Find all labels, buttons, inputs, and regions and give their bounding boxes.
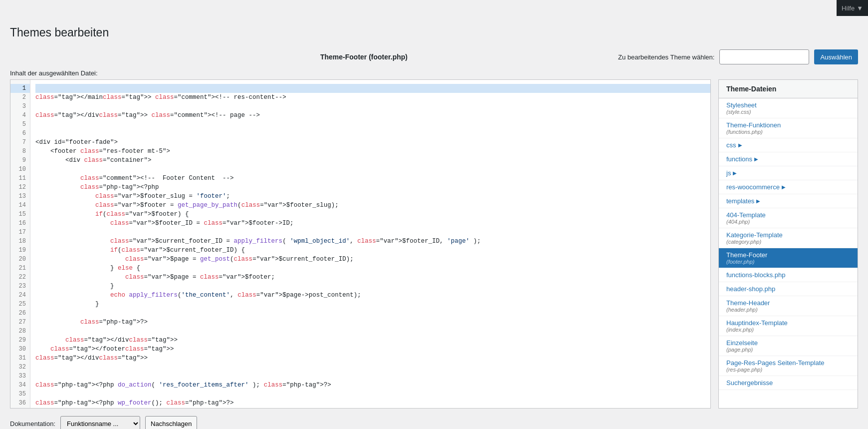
sidebar-item-theme-footer[interactable]: Theme-Footer(footer.php) xyxy=(719,248,858,268)
line-numbers: 1234567891011121314151617181920212223242… xyxy=(10,80,30,409)
line-number: 14 xyxy=(10,201,30,210)
item-label: Einzelseite xyxy=(726,339,758,347)
code-content[interactable]: class="tag"></mainclass="tag">> class="c… xyxy=(30,80,710,409)
code-line xyxy=(35,165,710,174)
sidebar-item-page-res-pages[interactable]: Page-Res-Pages Seiten-Template(res-page.… xyxy=(719,356,858,376)
line-number: 9 xyxy=(10,156,30,165)
sidebar-item-hauptindex-template[interactable]: Hauptindex-Template(index.php) xyxy=(719,316,858,336)
right-sidebar: Theme-Dateien Stylesheet(style.css)Theme… xyxy=(718,79,858,409)
line-number: 5 xyxy=(10,120,30,129)
item-label: functions xyxy=(726,155,752,163)
code-line: class="tag"></divclass="tag">> class="co… xyxy=(35,111,710,120)
line-number: 32 xyxy=(10,363,30,372)
sidebar-item-functions[interactable]: functions▶ xyxy=(719,152,858,166)
item-label: res-woocommerce xyxy=(726,183,780,191)
code-line xyxy=(35,309,710,318)
code-line: class="php-tag"><?php xyxy=(35,183,710,192)
sidebar-item-js[interactable]: js▶ xyxy=(719,166,858,180)
sidebar-item-kategorie-template[interactable]: Kategorie-Template(category.php) xyxy=(719,228,858,248)
code-line: class="php-tag"><?php wp_footer(); class… xyxy=(35,399,710,408)
item-label: Page-Res-Pages Seiten-Template xyxy=(726,359,825,367)
code-line: class="comment"><!-- Footer Content --> xyxy=(35,174,710,183)
code-line: class="var">$current_footer_ID = apply_f… xyxy=(35,237,710,246)
line-number: 2 xyxy=(10,93,30,102)
line-number: 12 xyxy=(10,183,30,192)
doc-lookup-button[interactable]: Nachschlagen xyxy=(145,416,197,429)
help-menu[interactable]: Hilfe ▼ xyxy=(842,4,863,12)
sidebar-item-res-woocommerce[interactable]: res-woocommerce▶ xyxy=(719,180,858,194)
sidebar-header: Theme-Dateien xyxy=(719,80,858,98)
code-line xyxy=(35,372,710,381)
code-line: <div id="footer-fade"> xyxy=(35,138,710,147)
item-label: functions-blocks.php xyxy=(726,271,786,279)
sidebar-item-functions-blocks[interactable]: functions-blocks.php xyxy=(719,268,858,282)
item-sub: (functions.php) xyxy=(726,129,850,135)
item-label: Theme-Funktionen xyxy=(726,121,781,129)
line-number: 3 xyxy=(10,102,30,111)
sidebar-item-stylesheet[interactable]: Stylesheet(style.css) xyxy=(719,98,858,118)
sidebar-item-header-shop[interactable]: header-shop.php xyxy=(719,282,858,296)
top-bar: Hilfe ▼ xyxy=(837,0,868,16)
line-number: 20 xyxy=(10,255,30,264)
line-number: 37 xyxy=(10,408,30,409)
expand-arrow-icon: ▶ xyxy=(756,198,760,204)
sub-label: Inhalt der ausgewählten Datei: xyxy=(10,69,858,77)
file-title: Theme-Footer (footer.php) xyxy=(110,53,618,61)
line-number: 4 xyxy=(10,111,30,120)
sidebar-item-templates[interactable]: templates▶ xyxy=(719,194,858,208)
code-line: class="tag"></divclass="tag">> xyxy=(35,336,710,345)
line-number: 34 xyxy=(10,381,30,390)
line-number: 6 xyxy=(10,129,30,138)
item-label: js xyxy=(726,169,731,177)
code-line: class="tag"></mainclass="tag">> class="c… xyxy=(35,93,710,102)
editor-container: 1234567891011121314151617181920212223242… xyxy=(10,79,858,409)
bottom-bar: Dokumentation: Funktionsname ... Nachsch… xyxy=(10,416,858,429)
code-line: <div class="container"> xyxy=(35,156,710,165)
sidebar-item-theme-functions[interactable]: Theme-Funktionen(functions.php) xyxy=(719,118,858,138)
item-sub: (index.php) xyxy=(726,327,850,333)
code-line: class="tag"></footerclass="tag">> xyxy=(35,345,710,354)
line-number: 21 xyxy=(10,264,30,273)
sidebar-item-css[interactable]: css▶ xyxy=(719,138,858,152)
help-label: Hilfe xyxy=(842,4,855,12)
code-line: } xyxy=(35,300,710,309)
code-line: class="tag"></divclass="tag">> xyxy=(35,354,710,363)
code-line: if(class="var">$footer) { xyxy=(35,210,710,219)
sidebar-item-suchergebnisse[interactable]: Suchergebnisse xyxy=(719,376,858,390)
line-number: 25 xyxy=(10,300,30,309)
line-number: 7 xyxy=(10,138,30,147)
line-number: 22 xyxy=(10,273,30,282)
line-number: 29 xyxy=(10,336,30,345)
line-number: 24 xyxy=(10,291,30,300)
line-number: 35 xyxy=(10,390,30,399)
item-sub: (res-page.php) xyxy=(726,367,850,373)
theme-selector-input[interactable] xyxy=(719,49,809,64)
sidebar-item-theme-header[interactable]: Theme-Header(header.php) xyxy=(719,296,858,316)
code-line: class="var">$page = get_post(class="var"… xyxy=(35,255,710,264)
line-number: 8 xyxy=(10,147,30,156)
line-number: 17 xyxy=(10,228,30,237)
code-line: if(class="var">$current_footer_ID) { xyxy=(35,246,710,255)
code-line: <footer class="res-footer mt-5"> xyxy=(35,147,710,156)
sidebar-item-404-template[interactable]: 404-Template(404.php) xyxy=(719,208,858,228)
item-label: Theme-Footer xyxy=(726,251,767,259)
item-label: 404-Template xyxy=(726,211,766,219)
code-line xyxy=(35,120,710,129)
code-line: class="var">$footer_slug = 'footer'; xyxy=(35,192,710,201)
select-theme-button[interactable]: Auswählen xyxy=(814,49,858,64)
doc-label: Dokumentation: xyxy=(10,420,55,428)
line-number: 27 xyxy=(10,318,30,327)
code-editor[interactable]: 1234567891011121314151617181920212223242… xyxy=(10,79,711,409)
item-sub: (header.php) xyxy=(726,307,850,313)
line-number: 18 xyxy=(10,237,30,246)
page-title: Themes bearbeiten xyxy=(10,26,858,39)
line-number: 13 xyxy=(10,192,30,201)
item-label: css xyxy=(726,141,736,149)
sidebar-item-einzelseite[interactable]: Einzelseite(page.php) xyxy=(719,336,858,356)
code-line xyxy=(35,363,710,372)
doc-select[interactable]: Funktionsname ... xyxy=(60,416,140,429)
item-label: Kategorie-Template xyxy=(726,231,783,239)
code-line xyxy=(35,408,710,409)
item-sub: (category.php) xyxy=(726,239,850,245)
item-label: Suchergebnisse xyxy=(726,379,773,387)
